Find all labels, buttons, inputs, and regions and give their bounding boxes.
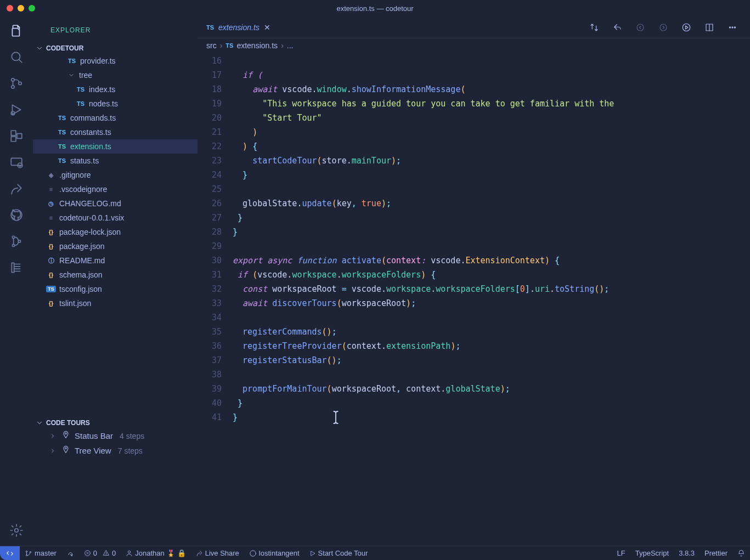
feedback-button[interactable] [732,546,750,560]
file-icon: ≡ [46,214,56,221]
explorer-icon[interactable] [9,23,24,38]
file-tslint[interactable]: {}tslint.json [33,296,198,310]
file-gitignore[interactable]: ◈.gitignore [33,168,198,182]
svg-point-17 [65,448,67,449]
typescript-icon: TS [76,100,86,107]
code-editor[interactable]: 16 17 18 19 20 21 22 23 24 25 26 27 28 2… [198,53,750,546]
problems-button[interactable]: 0 0 [79,546,121,560]
chevron-right-icon [48,446,57,455]
typescript-icon: TS [57,143,67,150]
run-icon[interactable] [681,22,692,33]
file-status[interactable]: TSstatus.ts [33,154,198,168]
file-schema[interactable]: {}schema.json [33,268,198,282]
medal-icon: 🎖️ [167,550,175,557]
file-changelog[interactable]: ◷CHANGELOG.md [33,196,198,211]
chevron-down-icon [35,418,44,427]
info-icon: ⓘ [46,257,56,265]
minimize-window-button[interactable] [18,5,24,12]
file-vsix[interactable]: ≡codetour-0.0.1.vsix [33,211,198,225]
go-back-icon[interactable] [612,22,623,33]
file-pkg[interactable]: {}package.json [33,239,198,253]
svg-point-16 [65,433,67,434]
file-index[interactable]: TSindex.ts [33,82,198,97]
liveshare-user[interactable]: Jonathan 🎖️ 🔒 [121,546,191,560]
more-icon[interactable] [727,22,738,33]
svg-point-19 [660,24,667,31]
svg-point-30 [250,550,256,556]
github-user[interactable]: lostintangent [244,546,304,560]
remote-button[interactable] [0,546,20,560]
git-graph-icon[interactable] [9,234,24,249]
json-icon: {} [46,243,56,250]
svg-rect-8 [11,158,22,165]
svg-point-23 [732,26,733,27]
ts-version-button[interactable]: 3.8.3 [674,546,700,560]
close-icon[interactable]: ✕ [264,23,270,32]
file-commands[interactable]: TScommands.ts [33,111,198,125]
activity-bar [0,16,33,546]
typescript-icon: TS [57,115,67,121]
file-pkglock[interactable]: {}package-lock.json [33,225,198,239]
settings-gear-icon[interactable] [9,523,24,538]
split-editor-icon[interactable] [704,22,715,33]
file-vscodeignore[interactable]: ≡.vscodeignore [33,182,198,196]
history-icon: ◷ [46,200,56,207]
svg-point-29 [128,551,131,553]
sidebar-title: EXPLORER [33,22,198,43]
typescript-icon: TS [225,42,233,49]
tab-extension[interactable]: TS extension.ts ✕ [198,16,279,38]
chevron-right-icon [48,432,57,440]
codetours-section-header[interactable]: CODE TOURS [33,417,198,428]
json-icon: {} [46,300,56,307]
lock-icon: 🔒 [177,549,186,557]
file-icon: ≡ [46,186,56,193]
breadcrumb[interactable]: src › TS extension.ts › ... [198,38,750,53]
debug-icon[interactable] [9,102,24,117]
extensions-icon[interactable] [9,128,24,144]
eol-button[interactable]: LF [612,546,630,560]
traffic-lights [7,5,35,12]
svg-point-20 [683,24,690,31]
prettier-button[interactable]: Prettier [700,546,732,560]
status-bar: master 0 0 Jonathan 🎖️ 🔒 Live Share lost… [0,546,750,560]
editor-actions [589,22,750,33]
sync-button[interactable] [61,546,79,560]
svg-rect-5 [11,131,16,135]
next-change-icon[interactable] [658,22,669,33]
code-content[interactable]: if ( await vscode.window.showInformation… [233,53,750,546]
file-tsconfig[interactable]: TStsconfig.json [33,282,198,296]
file-provider[interactable]: TSprovider.ts [33,54,198,68]
chevron-down-icon [67,71,76,80]
codetour-icon[interactable] [9,260,24,275]
tour-statusbar[interactable]: Status Bar 4 steps [33,428,198,443]
typescript-icon: TS [67,58,77,64]
svg-point-18 [637,24,644,31]
explorer-section-header[interactable]: CODETOUR [33,43,198,54]
svg-point-13 [18,240,20,242]
prev-change-icon[interactable] [635,22,646,33]
editor-area: TS extension.ts ✕ src › TS extension.ts … [198,16,750,546]
folder-tree[interactable]: tree [33,68,198,82]
typescript-icon: TS [57,157,67,164]
remote-explorer-icon[interactable] [9,155,24,170]
file-extension[interactable]: TSextension.ts [33,139,198,154]
file-constants[interactable]: TSconstants.ts [33,125,198,139]
source-control-icon[interactable] [9,76,24,91]
branch-button[interactable]: master [20,546,61,560]
close-window-button[interactable] [7,5,13,12]
tour-treeview[interactable]: Tree View 7 steps [33,443,198,458]
start-codetour-button[interactable]: Start Code Tour [304,546,373,560]
tsconfig-icon: TS [46,286,56,292]
file-nodes[interactable]: TSnodes.ts [33,97,198,111]
maximize-window-button[interactable] [29,5,35,12]
language-button[interactable]: TypeScript [630,546,674,560]
svg-point-15 [15,529,19,533]
compare-changes-icon[interactable] [589,22,600,33]
json-icon: {} [46,271,56,278]
live-share-icon[interactable] [9,181,24,196]
liveshare-button[interactable]: Live Share [191,546,244,560]
search-icon[interactable] [9,49,24,65]
svg-point-27 [30,551,31,552]
file-readme[interactable]: ⓘREADME.md [33,253,198,268]
github-icon[interactable] [9,207,24,223]
